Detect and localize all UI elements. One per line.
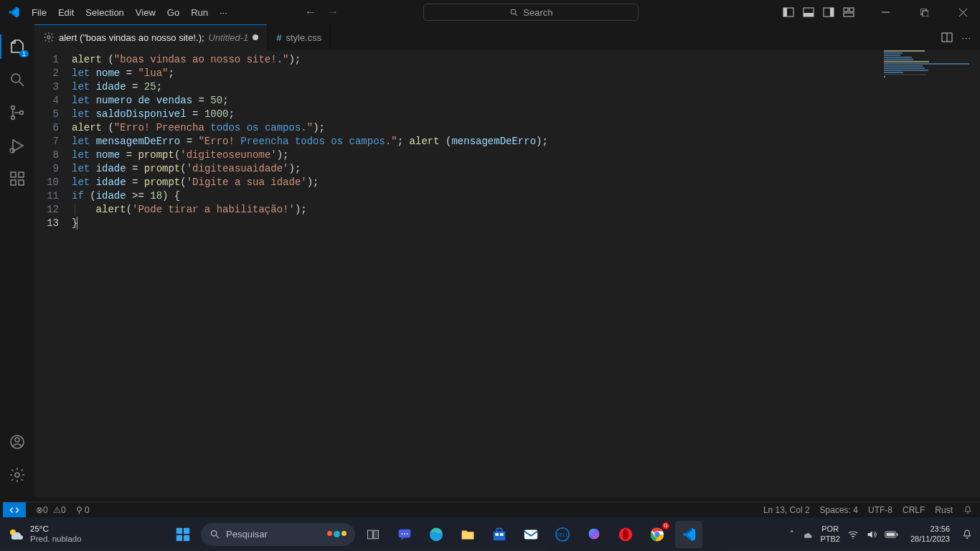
svg-point-0	[511, 9, 516, 14]
weather-icon	[7, 526, 24, 543]
chrome-icon[interactable]: G	[644, 521, 671, 548]
svg-rect-13	[923, 11, 928, 17]
status-radio[interactable]: ⚲ 0	[76, 505, 90, 515]
opera-icon[interactable]	[612, 521, 639, 548]
status-encoding[interactable]: UTF-8	[868, 505, 892, 515]
menu-bar: File Edit Selection View Go Run ···	[26, 4, 233, 21]
weather-text: Pred. nublado	[30, 534, 82, 545]
svg-point-21	[11, 106, 15, 110]
svg-point-30	[15, 438, 19, 442]
task-view-icon[interactable]	[359, 521, 387, 548]
status-bar: ⊗0 ⚠0 ⚲ 0 Ln 13, Col 2 Spaces: 4 UTF-8 C…	[0, 501, 980, 517]
activity-search[interactable]	[0, 63, 34, 96]
layout-left-icon[interactable]	[782, 6, 795, 19]
taskbar-weather[interactable]: 25°C Pred. nublado	[7, 524, 82, 545]
svg-point-55	[623, 529, 628, 540]
window-close-icon[interactable]	[950, 2, 976, 22]
menu-more-icon[interactable]: ···	[214, 4, 233, 21]
mail-icon[interactable]	[517, 521, 545, 548]
activity-explorer[interactable]: 1	[0, 30, 34, 63]
menu-selection[interactable]: Selection	[80, 4, 129, 21]
store-icon[interactable]	[486, 521, 513, 548]
svg-rect-25	[11, 172, 16, 177]
nav-forward-icon[interactable]: →	[326, 5, 339, 19]
svg-point-16	[47, 36, 50, 39]
svg-rect-10	[844, 13, 854, 17]
menu-run[interactable]: Run	[185, 4, 214, 21]
editor[interactable]: 12345678910111213 alert ("boas vindas ao…	[34, 50, 980, 497]
svg-line-1	[515, 14, 517, 16]
css-file-icon: #	[276, 32, 281, 43]
svg-rect-5	[804, 13, 814, 17]
minimap[interactable]	[884, 50, 970, 497]
tray-clock[interactable]: 23:56 28/11/2023	[906, 524, 954, 543]
tray-volume-icon[interactable]	[866, 529, 877, 540]
copilot-icon[interactable]	[580, 521, 608, 548]
menu-edit[interactable]: Edit	[52, 4, 80, 21]
svg-rect-28	[19, 172, 24, 177]
status-bell-icon[interactable]	[963, 505, 973, 515]
explorer-badge: 1	[19, 50, 29, 57]
activity-extensions[interactable]	[0, 162, 34, 195]
system-tray: ˄ POR PTB2 23:56 28/11/2023	[790, 524, 973, 543]
svg-point-22	[11, 116, 15, 120]
vscode-taskbar-icon[interactable]	[675, 521, 702, 548]
svg-point-23	[20, 111, 24, 115]
more-actions-icon[interactable]: ···	[961, 32, 971, 43]
svg-rect-60	[886, 532, 895, 536]
gutter: 12345678910111213	[34, 50, 72, 497]
activity-run-debug[interactable]	[0, 129, 34, 162]
activity-account[interactable]	[0, 425, 34, 458]
tray-chevron-icon[interactable]: ˄	[790, 529, 794, 539]
menu-go[interactable]: Go	[161, 4, 185, 21]
tab-suffix: Untitled-1	[209, 32, 249, 43]
tab-untitled[interactable]: alert ("boas vindas ao nosso site!.); Un…	[34, 24, 268, 50]
svg-rect-3	[783, 8, 787, 17]
window-maximize-icon[interactable]	[911, 2, 937, 22]
activity-settings[interactable]	[0, 458, 34, 491]
svg-rect-42	[401, 533, 402, 534]
status-problems[interactable]: ⊗0 ⚠0	[36, 505, 66, 515]
tab-stylecss[interactable]: # style.css	[268, 24, 331, 50]
svg-point-58	[852, 537, 853, 538]
activity-source-control[interactable]	[0, 96, 34, 129]
remote-indicator[interactable]	[3, 502, 26, 518]
status-language[interactable]: Rust	[935, 505, 953, 515]
svg-rect-49	[496, 533, 499, 536]
status-eol[interactable]: CRLF	[903, 505, 925, 515]
svg-line-20	[19, 82, 24, 86]
code-area[interactable]: alert ("boas vindas ao nosso site!.");le…	[72, 50, 980, 497]
chat-icon[interactable]	[391, 521, 418, 548]
menu-view[interactable]: View	[130, 4, 161, 21]
nav-back-icon[interactable]: ←	[304, 5, 316, 19]
layout-right-icon[interactable]	[822, 6, 835, 19]
svg-point-31	[15, 473, 19, 477]
layout-custom-icon[interactable]	[842, 6, 855, 19]
tray-wifi-icon[interactable]	[847, 529, 859, 540]
weather-temp: 25°C	[30, 524, 82, 534]
svg-rect-8	[844, 8, 848, 11]
file-explorer-icon[interactable]	[454, 521, 481, 548]
svg-rect-7	[830, 8, 834, 17]
svg-rect-51	[524, 529, 537, 539]
svg-rect-9	[849, 8, 854, 11]
tray-notifications-icon[interactable]	[961, 529, 973, 540]
window-minimize-icon[interactable]	[872, 2, 898, 22]
start-button[interactable]	[169, 521, 197, 548]
svg-rect-27	[19, 180, 24, 185]
split-editor-icon[interactable]	[941, 32, 953, 43]
tray-battery-icon[interactable]	[885, 530, 899, 539]
svg-rect-43	[404, 533, 405, 534]
taskbar-search[interactable]: Pesquisar	[201, 523, 355, 546]
tray-onedrive-icon[interactable]	[801, 529, 813, 540]
dell-icon[interactable]: DELL	[549, 521, 576, 548]
edge-icon[interactable]	[423, 521, 450, 548]
svg-line-38	[216, 535, 219, 538]
menu-file[interactable]: File	[26, 4, 52, 21]
windows-taskbar: 25°C Pred. nublado Pesquisar DELL G ˄ PO…	[0, 517, 980, 551]
status-position[interactable]: Ln 13, Col 2	[763, 505, 810, 515]
tray-language[interactable]: POR PTB2	[820, 524, 840, 543]
status-spaces[interactable]: Spaces: 4	[820, 505, 858, 515]
layout-bottom-icon[interactable]	[802, 6, 815, 19]
command-center[interactable]: Search	[423, 4, 639, 21]
